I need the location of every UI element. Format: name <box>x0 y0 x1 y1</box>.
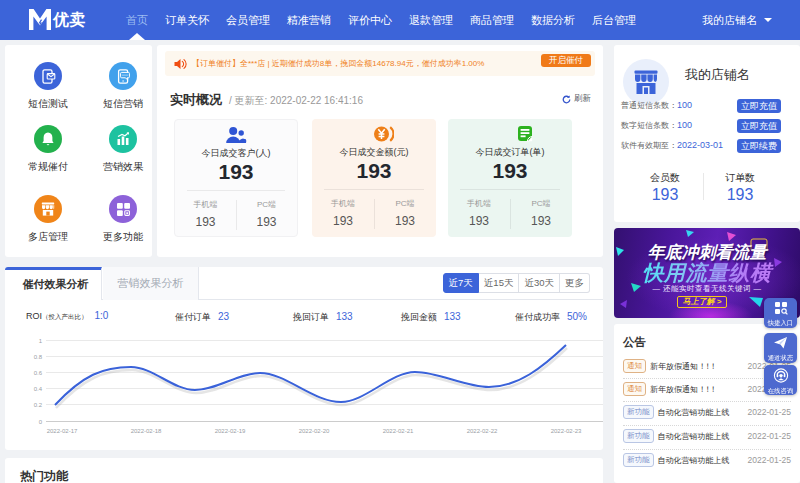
svg-text:2022-02-22: 2022-02-22 <box>467 428 498 434</box>
svg-text:1: 1 <box>39 338 43 344</box>
svg-text:2022-02-21: 2022-02-21 <box>383 428 414 434</box>
svg-text:0: 0 <box>39 419 43 425</box>
svg-text:0.4: 0.4 <box>34 386 43 392</box>
svg-text:0.2: 0.2 <box>34 402 43 408</box>
svg-text:0.8: 0.8 <box>34 354 43 360</box>
svg-text:2022-02-20: 2022-02-20 <box>299 428 330 434</box>
svg-text:2022-02-18: 2022-02-18 <box>131 428 162 434</box>
svg-text:2022-02-17: 2022-02-17 <box>47 428 78 434</box>
svg-text:0.6: 0.6 <box>34 370 43 376</box>
svg-text:2022-02-23: 2022-02-23 <box>551 428 582 434</box>
svg-text:2022-02-19: 2022-02-19 <box>215 428 246 434</box>
